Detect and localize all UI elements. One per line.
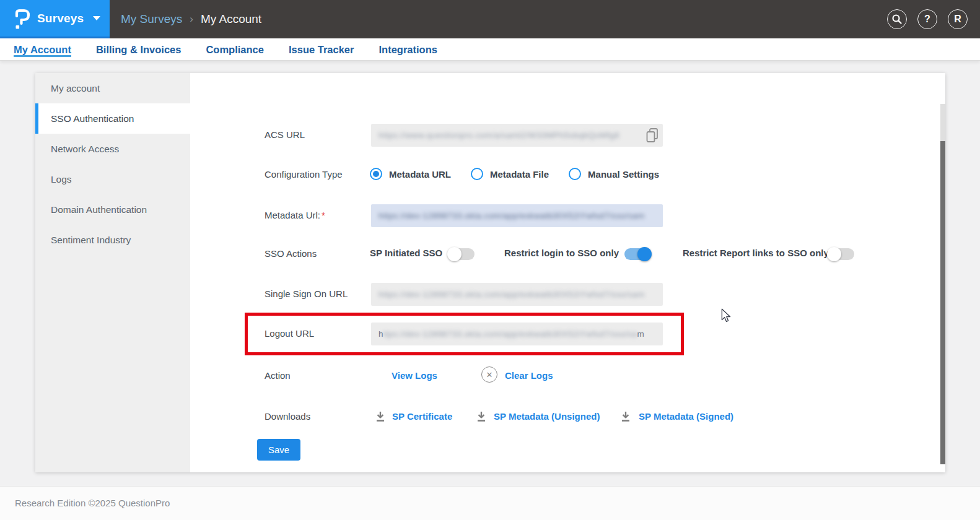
copy-icon (645, 128, 659, 144)
top-bar: Surveys My Surveys › My Account ? R (0, 0, 980, 38)
logout-url-label: Logout URL (265, 328, 314, 339)
tab-integrations[interactable]: Integrations (378, 38, 437, 61)
sp-metadata-signed-link[interactable]: SP Metadata (Signed) (639, 411, 733, 422)
help-button[interactable]: ? (917, 9, 937, 29)
tab-compliance[interactable]: Compliance (206, 38, 264, 61)
configuration-type-label: Configuration Type (265, 169, 343, 180)
account-tab-bar: My Account Billing & Invoices Compliance… (0, 38, 980, 61)
breadcrumb-separator: › (190, 13, 193, 25)
sp-metadata-unsigned-link[interactable]: SP Metadata (Unsigned) (494, 411, 600, 422)
questionpro-logo-icon (14, 7, 31, 30)
download-icon[interactable] (476, 410, 487, 425)
radio-manual-settings[interactable]: Manual Settings (569, 168, 659, 180)
configuration-type-options: Metadata URL Metadata File Manual Settin… (370, 168, 659, 180)
single-sign-on-url-field[interactable]: https://dev-12898733.okta.com/app/exkwat… (371, 283, 663, 306)
radio-icon (471, 168, 483, 180)
tab-issue-tracker[interactable]: Issue Tracker (289, 38, 354, 61)
toggle-knob (637, 247, 652, 261)
logout-url-prefix: h (378, 329, 383, 339)
sidebar-item-domain-authentication[interactable]: Domain Authentication (35, 194, 190, 225)
logout-url-field[interactable]: https://dev-12898733.okta.com/app/exkwat… (371, 323, 663, 345)
chevron-down-icon (93, 16, 100, 20)
metadata-url-field[interactable]: https://dev-12898733.okta.com/app/exkwat… (371, 204, 663, 227)
copy-button[interactable] (645, 128, 660, 144)
scrollbar-track[interactable] (940, 104, 945, 141)
toggle-knob (447, 247, 462, 261)
downloads-row: SP Certificate SP Metadata (Unsigned) SP… (35, 410, 945, 427)
logout-url-suffix: m (637, 329, 644, 339)
tab-billing-invoices[interactable]: Billing & Invoices (96, 38, 182, 61)
logout-url-value: ttps://dev-12898733.okta.com/app/exkwatb… (383, 329, 637, 339)
required-asterisk: * (322, 210, 325, 220)
acs-url-label: ACS URL (265, 129, 305, 140)
product-name: Surveys (37, 12, 84, 25)
help-icon: ? (924, 14, 930, 25)
radio-metadata-url[interactable]: Metadata URL (370, 168, 451, 180)
download-icon[interactable] (375, 410, 386, 425)
footer: Research Edition ©2025 QuestionPro ✦ ✦ (0, 486, 980, 520)
search-icon (891, 14, 903, 25)
radio-metadata-file[interactable]: Metadata File (471, 168, 549, 180)
radio-selected-icon (370, 168, 382, 180)
view-logs-link[interactable]: View Logs (392, 370, 437, 381)
clear-logs-link[interactable]: Clear Logs (505, 370, 553, 381)
sso-actions-row: SP Initiated SSO Restrict login to SSO o… (35, 248, 945, 262)
acs-url-field[interactable]: https://www.questionpro.com/a/saml2/W33M… (371, 124, 663, 147)
restrict-report-links-label: Restrict Report links to SSO only (683, 248, 829, 258)
tab-my-account[interactable]: My Account (14, 38, 71, 61)
sidebar-item-my-account[interactable]: My account (35, 73, 190, 103)
single-sign-on-url-label: Single Sign On URL (265, 288, 348, 299)
scrollbar-thumb[interactable] (940, 141, 945, 464)
search-button[interactable] (887, 9, 907, 29)
download-icon[interactable] (620, 410, 631, 425)
breadcrumb-current: My Account (201, 12, 261, 26)
restrict-login-sso-toggle[interactable] (624, 248, 650, 260)
sp-certificate-link[interactable]: SP Certificate (392, 411, 452, 422)
metadata-url-label: Metadata Url:* (265, 210, 325, 220)
single-sign-on-url-value: https://dev-12898733.okta.com/app/exkwat… (378, 290, 645, 299)
footer-edition-text: Research Edition ©2025 QuestionPro (15, 498, 170, 508)
breadcrumb-my-surveys[interactable]: My Surveys (121, 12, 182, 26)
avatar-initial: R (954, 14, 961, 25)
restrict-login-sso-label: Restrict login to SSO only (504, 248, 619, 258)
sp-initiated-sso-label: SP Initiated SSO (370, 248, 442, 258)
avatar[interactable]: R (948, 9, 968, 29)
sidebar-item-logs[interactable]: Logs (35, 164, 190, 194)
product-switcher[interactable]: Surveys (0, 0, 110, 38)
metadata-url-value: https://dev-12898733.okta.com/app/exkwat… (378, 211, 645, 220)
settings-card: My account SSO Authentication Network Ac… (35, 73, 945, 472)
acs-url-value: https://www.questionpro.com/a/saml2/W33M… (378, 131, 619, 140)
radio-icon (569, 168, 581, 180)
sidebar-item-network-access[interactable]: Network Access (35, 134, 190, 164)
clear-logs-icon[interactable]: ✕ (481, 366, 497, 383)
restrict-report-links-toggle[interactable] (828, 248, 854, 260)
breadcrumb: My Surveys › My Account (121, 0, 261, 38)
sidebar-item-sso-authentication[interactable]: SSO Authentication (35, 103, 190, 134)
action-row: View Logs ✕ Clear Logs (35, 369, 945, 386)
toggle-knob (827, 247, 841, 261)
sp-initiated-sso-toggle[interactable] (448, 248, 475, 260)
save-button[interactable]: Save (257, 439, 300, 461)
